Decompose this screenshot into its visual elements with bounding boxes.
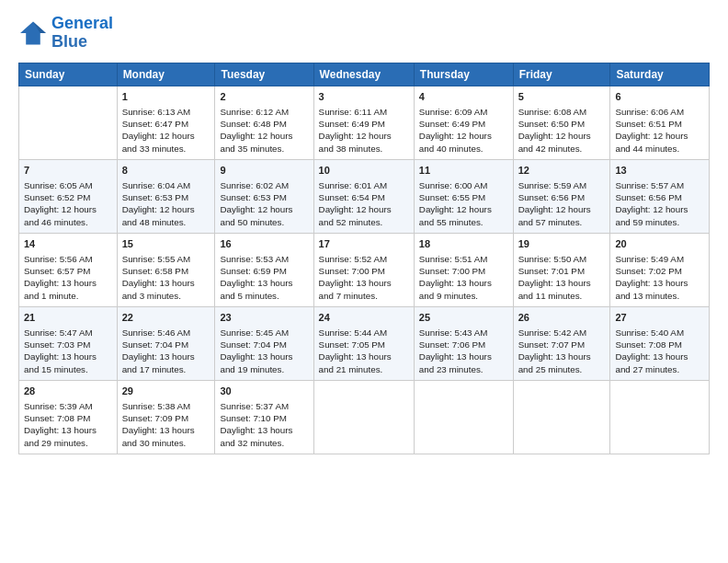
calendar-cell: 9Sunrise: 6:02 AM Sunset: 6:53 PM Daylig… bbox=[215, 159, 313, 233]
column-header-monday: Monday bbox=[117, 63, 215, 86]
logo-icon bbox=[18, 20, 48, 46]
day-number: 9 bbox=[220, 164, 308, 178]
day-number: 27 bbox=[615, 311, 704, 325]
calendar-header: SundayMondayTuesdayWednesdayThursdayFrid… bbox=[19, 63, 710, 86]
calendar-cell: 6Sunrise: 6:06 AM Sunset: 6:51 PM Daylig… bbox=[610, 86, 710, 159]
week-row-4: 21Sunrise: 5:47 AM Sunset: 7:03 PM Dayli… bbox=[19, 306, 710, 380]
cell-content: Sunrise: 6:02 AM Sunset: 6:53 PM Dayligh… bbox=[220, 179, 308, 228]
day-number: 26 bbox=[518, 311, 606, 325]
day-number: 25 bbox=[419, 311, 508, 325]
day-number: 5 bbox=[518, 90, 606, 104]
week-row-1: 1Sunrise: 6:13 AM Sunset: 6:47 PM Daylig… bbox=[19, 86, 710, 159]
day-number: 21 bbox=[24, 311, 112, 325]
calendar-body: 1Sunrise: 6:13 AM Sunset: 6:47 PM Daylig… bbox=[19, 86, 710, 454]
calendar-cell: 17Sunrise: 5:52 AM Sunset: 7:00 PM Dayli… bbox=[313, 233, 414, 306]
cell-content: Sunrise: 5:39 AM Sunset: 7:08 PM Dayligh… bbox=[24, 400, 112, 449]
page: General Blue SundayMondayTuesdayWednesda… bbox=[0, 0, 728, 563]
day-number: 6 bbox=[615, 90, 704, 104]
calendar-cell: 30Sunrise: 5:37 AM Sunset: 7:10 PM Dayli… bbox=[215, 380, 313, 454]
cell-content: Sunrise: 5:53 AM Sunset: 6:59 PM Dayligh… bbox=[220, 253, 308, 302]
cell-content: Sunrise: 6:00 AM Sunset: 6:55 PM Dayligh… bbox=[419, 179, 508, 228]
cell-content: Sunrise: 5:51 AM Sunset: 7:00 PM Dayligh… bbox=[419, 253, 508, 302]
day-number: 2 bbox=[220, 90, 308, 104]
cell-content: Sunrise: 5:49 AM Sunset: 7:02 PM Dayligh… bbox=[615, 253, 704, 302]
week-row-3: 14Sunrise: 5:56 AM Sunset: 6:57 PM Dayli… bbox=[19, 233, 710, 306]
calendar-cell: 24Sunrise: 5:44 AM Sunset: 7:05 PM Dayli… bbox=[313, 306, 414, 380]
calendar-cell: 15Sunrise: 5:55 AM Sunset: 6:58 PM Dayli… bbox=[117, 233, 215, 306]
calendar-cell: 18Sunrise: 5:51 AM Sunset: 7:00 PM Dayli… bbox=[414, 233, 513, 306]
calendar-cell: 22Sunrise: 5:46 AM Sunset: 7:04 PM Dayli… bbox=[117, 306, 215, 380]
cell-content: Sunrise: 5:47 AM Sunset: 7:03 PM Dayligh… bbox=[24, 327, 112, 375]
day-number: 18 bbox=[419, 237, 508, 251]
cell-content: Sunrise: 5:50 AM Sunset: 7:01 PM Dayligh… bbox=[518, 253, 606, 302]
calendar-cell: 8Sunrise: 6:04 AM Sunset: 6:53 PM Daylig… bbox=[117, 159, 215, 233]
calendar-cell: 25Sunrise: 5:43 AM Sunset: 7:06 PM Dayli… bbox=[414, 306, 513, 380]
calendar-cell: 5Sunrise: 6:08 AM Sunset: 6:50 PM Daylig… bbox=[513, 86, 610, 159]
calendar-cell: 28Sunrise: 5:39 AM Sunset: 7:08 PM Dayli… bbox=[19, 380, 118, 454]
calendar-cell: 16Sunrise: 5:53 AM Sunset: 6:59 PM Dayli… bbox=[215, 233, 313, 306]
cell-content: Sunrise: 6:12 AM Sunset: 6:48 PM Dayligh… bbox=[220, 106, 308, 155]
calendar-cell: 13Sunrise: 5:57 AM Sunset: 6:56 PM Dayli… bbox=[610, 159, 710, 233]
cell-content: Sunrise: 5:38 AM Sunset: 7:09 PM Dayligh… bbox=[122, 400, 210, 449]
day-number: 1 bbox=[122, 90, 210, 104]
cell-content: Sunrise: 6:06 AM Sunset: 6:51 PM Dayligh… bbox=[615, 106, 704, 155]
day-number: 7 bbox=[24, 164, 112, 178]
day-number: 23 bbox=[220, 311, 308, 325]
cell-content: Sunrise: 6:04 AM Sunset: 6:53 PM Dayligh… bbox=[122, 179, 210, 228]
day-number: 20 bbox=[615, 237, 704, 251]
day-number: 12 bbox=[518, 164, 606, 178]
cell-content: Sunrise: 5:40 AM Sunset: 7:08 PM Dayligh… bbox=[615, 327, 704, 375]
cell-content: Sunrise: 5:45 AM Sunset: 7:04 PM Dayligh… bbox=[220, 327, 308, 375]
column-header-tuesday: Tuesday bbox=[215, 63, 313, 86]
day-number: 4 bbox=[419, 90, 508, 104]
logo-text: General Blue bbox=[51, 15, 113, 52]
calendar-cell: 2Sunrise: 6:12 AM Sunset: 6:48 PM Daylig… bbox=[215, 86, 313, 159]
calendar-cell: 11Sunrise: 6:00 AM Sunset: 6:55 PM Dayli… bbox=[414, 159, 513, 233]
calendar-cell: 1Sunrise: 6:13 AM Sunset: 6:47 PM Daylig… bbox=[117, 86, 215, 159]
column-header-thursday: Thursday bbox=[414, 63, 513, 86]
calendar-cell bbox=[19, 86, 118, 159]
calendar-cell: 4Sunrise: 6:09 AM Sunset: 6:49 PM Daylig… bbox=[414, 86, 513, 159]
day-number: 22 bbox=[122, 311, 210, 325]
cell-content: Sunrise: 6:05 AM Sunset: 6:52 PM Dayligh… bbox=[24, 179, 112, 228]
column-header-friday: Friday bbox=[513, 63, 610, 86]
calendar-cell bbox=[513, 380, 610, 454]
day-number: 17 bbox=[319, 237, 409, 251]
day-number: 3 bbox=[319, 90, 409, 104]
cell-content: Sunrise: 6:01 AM Sunset: 6:54 PM Dayligh… bbox=[319, 179, 409, 228]
cell-content: Sunrise: 5:42 AM Sunset: 7:07 PM Dayligh… bbox=[518, 327, 606, 375]
week-row-5: 28Sunrise: 5:39 AM Sunset: 7:08 PM Dayli… bbox=[19, 380, 710, 454]
cell-content: Sunrise: 5:52 AM Sunset: 7:00 PM Dayligh… bbox=[319, 253, 409, 302]
day-number: 11 bbox=[419, 164, 508, 178]
calendar-cell bbox=[313, 380, 414, 454]
calendar-cell bbox=[414, 380, 513, 454]
calendar-cell: 26Sunrise: 5:42 AM Sunset: 7:07 PM Dayli… bbox=[513, 306, 610, 380]
day-number: 29 bbox=[122, 385, 210, 398]
day-number: 28 bbox=[24, 385, 112, 398]
calendar-cell: 14Sunrise: 5:56 AM Sunset: 6:57 PM Dayli… bbox=[19, 233, 118, 306]
header: General Blue bbox=[18, 15, 710, 52]
day-number: 14 bbox=[24, 237, 112, 251]
day-number: 8 bbox=[122, 164, 210, 178]
column-header-saturday: Saturday bbox=[610, 63, 710, 86]
calendar-table: SundayMondayTuesdayWednesdayThursdayFrid… bbox=[18, 63, 710, 454]
calendar-cell: 21Sunrise: 5:47 AM Sunset: 7:03 PM Dayli… bbox=[19, 306, 118, 380]
calendar-cell: 27Sunrise: 5:40 AM Sunset: 7:08 PM Dayli… bbox=[610, 306, 710, 380]
calendar-cell: 20Sunrise: 5:49 AM Sunset: 7:02 PM Dayli… bbox=[610, 233, 710, 306]
cell-content: Sunrise: 5:44 AM Sunset: 7:05 PM Dayligh… bbox=[319, 327, 409, 375]
day-number: 16 bbox=[220, 237, 308, 251]
day-number: 15 bbox=[122, 237, 210, 251]
cell-content: Sunrise: 6:08 AM Sunset: 6:50 PM Dayligh… bbox=[518, 106, 606, 155]
week-row-2: 7Sunrise: 6:05 AM Sunset: 6:52 PM Daylig… bbox=[19, 159, 710, 233]
column-header-wednesday: Wednesday bbox=[313, 63, 414, 86]
calendar-cell: 19Sunrise: 5:50 AM Sunset: 7:01 PM Dayli… bbox=[513, 233, 610, 306]
cell-content: Sunrise: 6:11 AM Sunset: 6:49 PM Dayligh… bbox=[319, 106, 409, 155]
column-header-sunday: Sunday bbox=[19, 63, 118, 86]
day-number: 13 bbox=[615, 164, 704, 178]
calendar-cell bbox=[610, 380, 710, 454]
calendar-cell: 7Sunrise: 6:05 AM Sunset: 6:52 PM Daylig… bbox=[19, 159, 118, 233]
calendar-cell: 29Sunrise: 5:38 AM Sunset: 7:09 PM Dayli… bbox=[117, 380, 215, 454]
cell-content: Sunrise: 6:13 AM Sunset: 6:47 PM Dayligh… bbox=[122, 106, 210, 155]
calendar-cell: 3Sunrise: 6:11 AM Sunset: 6:49 PM Daylig… bbox=[313, 86, 414, 159]
cell-content: Sunrise: 5:56 AM Sunset: 6:57 PM Dayligh… bbox=[24, 253, 112, 302]
